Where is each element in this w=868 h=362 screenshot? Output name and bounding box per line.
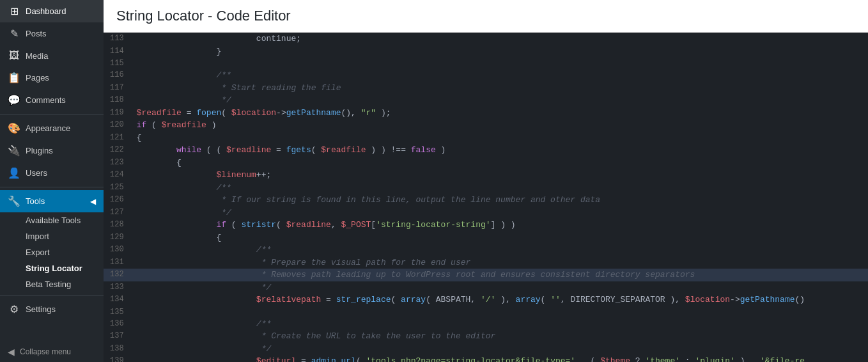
sidebar-sub-string-locator[interactable]: String Locator — [0, 260, 104, 276]
table-row: 129 { — [104, 232, 868, 244]
divider-2 — [0, 187, 104, 187]
page-title: String Locator - Code Editor — [104, 0, 868, 33]
sidebar-sub-beta-testing[interactable]: Beta Testing — [0, 276, 104, 292]
sidebar-item-users[interactable]: 👤 Users — [0, 162, 104, 184]
code-table: 113 continue; 114 } 115 116 /** 117 * St… — [104, 33, 868, 362]
table-row: 116 /** — [104, 69, 868, 82]
collapse-icon: ◀ — [8, 347, 15, 357]
sidebar-item-label: Media — [26, 51, 48, 61]
table-row: 133 */ — [104, 281, 868, 294]
posts-icon: ✎ — [8, 28, 20, 40]
table-row: 127 */ — [104, 207, 868, 219]
table-row: 119$readfile = fopen( $location->getPath… — [104, 107, 868, 120]
divider-3 — [0, 295, 104, 295]
sidebar-item-label: Users — [26, 168, 47, 178]
dashboard-icon: ⊞ — [8, 5, 20, 17]
table-row: 117 * Start reading the file — [104, 82, 868, 95]
table-row: 128 if ( stristr( $readline, $_POST['str… — [104, 219, 868, 232]
sidebar-sub-import[interactable]: Import — [0, 228, 104, 244]
table-row: 134 $relativepath = str_replace( array( … — [104, 294, 868, 306]
sidebar: ⊞ Dashboard ✎ Posts 🖼 Media 📋 Pages 💬 Co… — [0, 0, 104, 362]
collapse-label: Collapse menu — [20, 347, 71, 356]
tools-arrow-icon: ◀ — [90, 197, 96, 206]
sidebar-item-collapse[interactable]: ◀ Collapse menu — [0, 342, 104, 362]
sidebar-item-pages[interactable]: 📋 Pages — [0, 67, 104, 89]
main-content: String Locator - Code Editor 113 continu… — [104, 0, 868, 362]
table-row: 121{ — [104, 132, 868, 145]
table-row: 120if ( $readfile ) — [104, 119, 868, 132]
plugins-icon: 🔌 — [8, 145, 20, 157]
table-row: 123 { — [104, 157, 868, 169]
table-row: 139 $editurl = admin_url( 'tools.php?pag… — [104, 355, 868, 362]
sidebar-item-label: Appearance — [26, 123, 70, 133]
sidebar-item-label: Settings — [26, 304, 56, 314]
table-row: 125 /** — [104, 182, 868, 194]
settings-icon: ⚙ — [8, 303, 20, 315]
table-row: 135 — [104, 306, 868, 318]
table-row: 118 */ — [104, 94, 868, 107]
table-row: 132 * Removes path leading up to WordPre… — [104, 269, 868, 281]
pages-icon: 📋 — [8, 72, 20, 84]
sidebar-item-label: Plugins — [26, 146, 53, 155]
sidebar-sub-export[interactable]: Export — [0, 244, 104, 260]
sidebar-item-dashboard[interactable]: ⊞ Dashboard — [0, 0, 104, 22]
table-row: 124 $linenum++; — [104, 169, 868, 182]
sidebar-item-label: Pages — [26, 73, 49, 83]
media-icon: 🖼 — [8, 50, 20, 61]
sidebar-item-tools[interactable]: 🔧 Tools ◀ — [0, 190, 104, 212]
table-row: 113 continue; — [104, 33, 868, 45]
sidebar-item-label: Comments — [26, 95, 66, 105]
tools-icon: 🔧 — [8, 195, 20, 207]
sidebar-item-settings[interactable]: ⚙ Settings — [0, 298, 104, 320]
table-row: 136 /** — [104, 318, 868, 331]
table-row: 122 while ( ( $readline = fgets( $readfi… — [104, 144, 868, 157]
comments-icon: 💬 — [8, 94, 20, 106]
sidebar-item-label: Tools — [26, 196, 45, 206]
sidebar-item-appearance[interactable]: 🎨 Appearance — [0, 117, 104, 139]
sidebar-item-posts[interactable]: ✎ Posts — [0, 22, 104, 45]
table-row: 131 * Prepare the visual path for the en… — [104, 256, 868, 269]
sidebar-item-label: Dashboard — [26, 6, 66, 16]
code-editor[interactable]: 113 continue; 114 } 115 116 /** 117 * St… — [104, 33, 868, 362]
table-row: 126 * If our string is found in this lin… — [104, 194, 868, 207]
sidebar-sub-available-tools[interactable]: Available Tools — [0, 212, 104, 228]
sidebar-item-comments[interactable]: 💬 Comments — [0, 89, 104, 111]
table-row: 137 * Create the URL to take the user to… — [104, 330, 868, 343]
table-row: 115 — [104, 58, 868, 69]
table-row: 114 } — [104, 45, 868, 58]
table-row: 138 */ — [104, 343, 868, 356]
users-icon: 👤 — [8, 167, 20, 179]
divider-1 — [0, 114, 104, 114]
sidebar-item-media[interactable]: 🖼 Media — [0, 45, 104, 67]
sidebar-item-label: Posts — [26, 29, 47, 38]
sidebar-item-plugins[interactable]: 🔌 Plugins — [0, 139, 104, 162]
appearance-icon: 🎨 — [8, 122, 20, 134]
table-row: 130 /** — [104, 244, 868, 256]
